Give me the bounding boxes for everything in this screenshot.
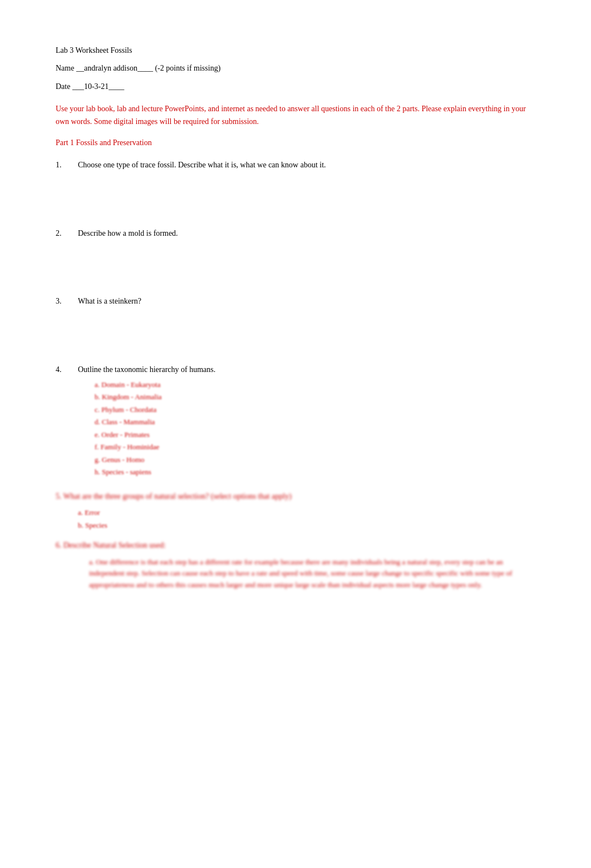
- question-2: 2. Describe how a mold is formed.: [56, 227, 535, 240]
- q5-sub-a: a. Error: [78, 507, 535, 518]
- q5-text: 5. What are the three groups of natural …: [56, 490, 535, 503]
- q4-sub-item-e: e. Order - Primates: [95, 429, 215, 440]
- instructions-text: Use your lab book, lab and lecture Power…: [56, 103, 535, 128]
- q4-sub-item-f: f. Family - Hominidae: [95, 442, 215, 453]
- q1-text: Choose one type of trace fossil. Describ…: [78, 159, 535, 171]
- q4-number: 4.: [56, 364, 78, 479]
- q2-text: Describe how a mold is formed.: [78, 227, 535, 240]
- q2-number: 2.: [56, 227, 78, 240]
- header-section: Lab 3 Worksheet Fossils Name __andralyn …: [56, 44, 535, 93]
- q6-answer: a. One difference is that each step has …: [89, 557, 535, 591]
- q5-sub-list: a. Error b. Species: [78, 507, 535, 530]
- question-3: 3. What is a steinkern?: [56, 295, 535, 307]
- q4-sub-item-c: c. Phylum - Chordata: [95, 404, 215, 415]
- q4-text: Outline the taxonomic hierarchy of human…: [78, 365, 215, 374]
- q4-sub-item-a: a. Domain - Eukaryota: [95, 379, 215, 390]
- blurred-question-5-section: 5. What are the three groups of natural …: [56, 490, 535, 530]
- q6-text: 6. Describe Natural Selection used:: [56, 539, 535, 552]
- page: Lab 3 Worksheet Fossils Name __andralyn …: [0, 0, 591, 868]
- worksheet-title: Lab 3 Worksheet Fossils: [56, 44, 535, 57]
- q4-sub-item-d: d. Class - Mammalia: [95, 416, 215, 428]
- question-4: 4. Outline the taxonomic hierarchy of hu…: [56, 364, 535, 479]
- q4-sub-item-b: b. Kingdom - Animalia: [95, 391, 215, 403]
- q4-sub-list: a. Domain - Eukaryota b. Kingdom - Anima…: [95, 379, 215, 478]
- part1-heading: Part 1 Fossils and Preservation: [56, 137, 535, 149]
- q3-number: 3.: [56, 295, 78, 307]
- blurred-question-6-section: 6. Describe Natural Selection used: a. O…: [56, 539, 535, 591]
- name-field: Name __andralyn addison____ (-2 points i…: [56, 62, 535, 75]
- q4-content: Outline the taxonomic hierarchy of human…: [78, 364, 215, 479]
- q4-sub-item-h: h. Species - sapiens: [95, 467, 215, 478]
- q3-text: What is a steinkern?: [78, 295, 535, 307]
- date-field: Date ___10-3-21____: [56, 81, 535, 93]
- q1-number: 1.: [56, 159, 78, 171]
- question-1: 1. Choose one type of trace fossil. Desc…: [56, 159, 535, 171]
- q5-sub-b: b. Species: [78, 520, 535, 531]
- q4-sub-item-g: g. Genus - Homo: [95, 454, 215, 465]
